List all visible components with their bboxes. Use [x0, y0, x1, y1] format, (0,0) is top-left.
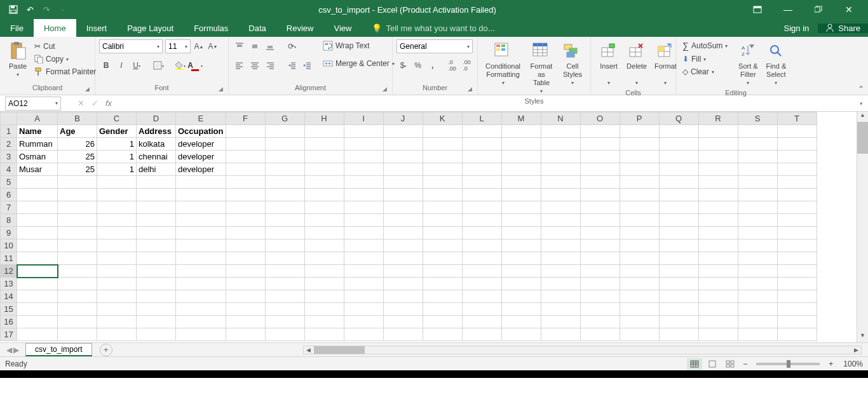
cell[interactable] — [698, 125, 738, 138]
cell[interactable] — [738, 227, 777, 239]
cell[interactable] — [17, 239, 58, 252]
cell[interactable] — [17, 328, 58, 341]
cell[interactable] — [462, 328, 501, 341]
cell[interactable] — [462, 227, 501, 239]
cell[interactable] — [462, 278, 501, 290]
cell[interactable] — [176, 176, 226, 189]
cell[interactable] — [383, 189, 423, 201]
cell[interactable] — [176, 189, 226, 201]
cell[interactable] — [462, 138, 501, 151]
cell[interactable] — [620, 316, 659, 328]
grow-font-button[interactable]: A▲ — [193, 41, 205, 52]
cell[interactable] — [58, 189, 97, 201]
cell[interactable] — [383, 227, 423, 239]
cell[interactable] — [620, 138, 659, 151]
cell[interactable] — [738, 201, 777, 214]
cell[interactable] — [501, 316, 541, 328]
cell[interactable] — [226, 214, 265, 227]
cell[interactable] — [17, 303, 58, 316]
cell[interactable] — [344, 201, 383, 214]
cell[interactable] — [580, 303, 620, 316]
cell[interactable] — [738, 138, 777, 151]
cell[interactable] — [226, 201, 265, 214]
wrap-text-button[interactable]: ab Wrap Text — [320, 39, 397, 52]
cell[interactable]: 26 — [58, 138, 97, 151]
cell[interactable] — [580, 138, 620, 151]
cell[interactable] — [501, 303, 541, 316]
column-header[interactable]: Q — [659, 112, 698, 125]
cell[interactable] — [344, 265, 383, 278]
cell[interactable] — [659, 151, 698, 163]
cell[interactable] — [304, 163, 344, 176]
dialog-launcher[interactable]: ◢ — [383, 84, 387, 93]
cell[interactable] — [777, 278, 817, 290]
cell[interactable] — [462, 265, 501, 278]
cell[interactable] — [58, 214, 97, 227]
cell[interactable] — [659, 176, 698, 189]
cell[interactable] — [137, 176, 176, 189]
cell[interactable] — [176, 239, 226, 252]
cell[interactable] — [176, 316, 226, 328]
row-header[interactable]: 6 — [1, 189, 17, 201]
cell[interactable]: delhi — [137, 163, 176, 176]
cell[interactable] — [17, 201, 58, 214]
normal-view-button[interactable] — [687, 358, 702, 370]
cell[interactable] — [698, 328, 738, 341]
cell[interactable] — [620, 303, 659, 316]
cell[interactable] — [738, 265, 777, 278]
column-header[interactable]: D — [137, 112, 176, 125]
row-header[interactable]: 3 — [1, 151, 17, 163]
cell[interactable] — [659, 278, 698, 290]
cell[interactable] — [501, 151, 541, 163]
column-header[interactable]: E — [176, 112, 226, 125]
cell[interactable] — [698, 290, 738, 303]
cell[interactable] — [137, 189, 176, 201]
cell[interactable] — [265, 163, 304, 176]
cell[interactable] — [226, 125, 265, 138]
cell[interactable] — [777, 214, 817, 227]
cell[interactable] — [541, 239, 580, 252]
cell[interactable] — [659, 265, 698, 278]
cell[interactable]: 1 — [97, 163, 137, 176]
column-header[interactable]: H — [304, 112, 344, 125]
align-right-button[interactable] — [263, 58, 277, 72]
prev-sheet-button[interactable]: ◀ — [6, 346, 12, 354]
cell[interactable] — [137, 278, 176, 290]
cell[interactable] — [304, 252, 344, 265]
cell[interactable] — [738, 252, 777, 265]
cell[interactable] — [698, 278, 738, 290]
cell[interactable] — [620, 278, 659, 290]
cell[interactable] — [344, 125, 383, 138]
column-header[interactable]: C — [97, 112, 137, 125]
cell[interactable] — [580, 189, 620, 201]
column-header[interactable]: B — [58, 112, 97, 125]
column-header[interactable]: J — [383, 112, 423, 125]
cell[interactable] — [265, 227, 304, 239]
cell[interactable] — [738, 214, 777, 227]
tab-view[interactable]: View — [323, 19, 362, 37]
cell[interactable] — [344, 328, 383, 341]
cell[interactable] — [777, 227, 817, 239]
cell[interactable] — [738, 316, 777, 328]
cell[interactable] — [541, 189, 580, 201]
cell[interactable] — [620, 290, 659, 303]
cell[interactable] — [738, 239, 777, 252]
cell[interactable] — [304, 265, 344, 278]
row-header[interactable]: 5 — [1, 176, 17, 189]
cell[interactable] — [344, 278, 383, 290]
dialog-launcher[interactable]: ◢ — [219, 84, 223, 93]
cell[interactable] — [176, 290, 226, 303]
row-header[interactable]: 7 — [1, 201, 17, 214]
cell[interactable] — [423, 138, 462, 151]
fill-color-button[interactable]: ▾ — [173, 58, 187, 72]
scroll-right-icon[interactable]: ▶ — [851, 347, 861, 353]
format-painter-button[interactable]: Format Painter — [32, 66, 98, 77]
cell[interactable] — [137, 265, 176, 278]
page-break-view-button[interactable] — [722, 358, 738, 370]
cell[interactable] — [97, 214, 137, 227]
cell[interactable] — [17, 265, 58, 278]
cell[interactable] — [738, 151, 777, 163]
italic-button[interactable]: I — [114, 58, 128, 72]
cell[interactable] — [698, 151, 738, 163]
cell[interactable] — [265, 214, 304, 227]
